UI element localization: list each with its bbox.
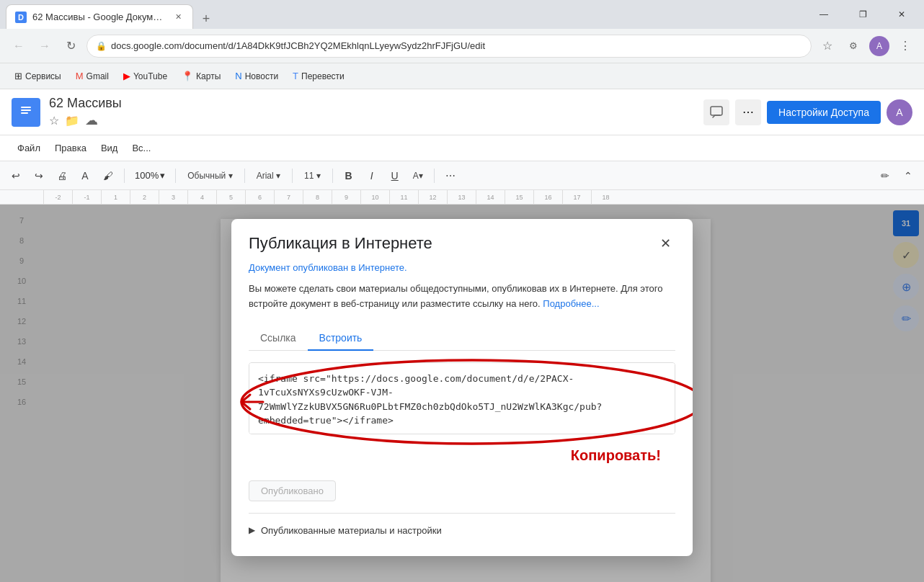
- ruler-mark: 4: [187, 190, 216, 204]
- tab-title: 62 Массивы - Google Докумен...: [32, 12, 166, 22]
- tab-embed[interactable]: Встроить: [308, 326, 374, 351]
- docs-title-area: 62 Массивы ☆ 📁 ☁: [49, 96, 695, 128]
- zoom-selector[interactable]: 100% ▾: [130, 169, 169, 182]
- bookmark-translate[interactable]: T Перевести: [287, 68, 350, 84]
- ruler-mark: -1: [72, 190, 101, 204]
- more-info-link[interactable]: Подробнее...: [543, 298, 599, 309]
- spellcheck-button[interactable]: A: [75, 166, 95, 186]
- publish-area: Опубликовано: [249, 480, 675, 501]
- ruler-mark: 6: [245, 190, 274, 204]
- more-options-button[interactable]: ⋯: [735, 99, 761, 125]
- dialog-description-text: Вы можете сделать свои материалы общедос…: [249, 283, 662, 309]
- bookmark-maps-label: Карты: [196, 71, 221, 81]
- print-button[interactable]: 🖨: [52, 166, 72, 186]
- divider: [249, 513, 675, 514]
- minimize-button[interactable]: —: [807, 3, 840, 26]
- italic-button[interactable]: I: [362, 166, 382, 186]
- bookmark-services-label: Сервисы: [25, 71, 61, 81]
- svg-rect-3: [21, 112, 28, 114]
- ruler: -2 -1 1 2 3 4 5 6 7 8 9 10 11 12 13 14 1…: [0, 190, 924, 205]
- dialog-header: Публикация в Интернете ✕: [231, 219, 693, 262]
- refresh-button[interactable]: ↻: [61, 36, 81, 56]
- folder-icon[interactable]: 📁: [65, 114, 79, 127]
- comments-button[interactable]: [703, 99, 729, 125]
- paint-format-button[interactable]: 🖌: [98, 166, 118, 186]
- ruler-mark: 15: [505, 190, 533, 204]
- star-doc-icon[interactable]: ☆: [49, 114, 59, 127]
- ruler-mark: 11: [389, 190, 418, 204]
- embed-code-textarea[interactable]: <iframe src="https://docs.google.com/doc…: [249, 362, 675, 434]
- copy-label: Копировать!: [571, 447, 661, 464]
- underline-button[interactable]: U: [385, 166, 405, 186]
- zoom-value: 100%: [135, 170, 159, 181]
- published-status-link[interactable]: Документ опубликован в Интернете.: [249, 262, 675, 273]
- maximize-button[interactable]: ❐: [846, 3, 879, 26]
- close-button[interactable]: ✕: [885, 3, 918, 26]
- font-size-button[interactable]: 11 ▾: [298, 166, 326, 186]
- menu-edit[interactable]: Правка: [49, 140, 92, 156]
- browser-titlebar: D 62 Массивы - Google Докумен... ✕ + — ❐…: [0, 0, 924, 29]
- ruler-mark: 10: [360, 190, 389, 204]
- maps-icon: 📍: [182, 71, 193, 81]
- svg-rect-2: [21, 109, 31, 111]
- bookmark-gmail-label: Gmail: [86, 71, 109, 81]
- undo-button[interactable]: ↩: [6, 166, 26, 186]
- ruler-mark: 5: [216, 190, 245, 204]
- published-button: Опубликовано: [249, 480, 336, 501]
- forward-button[interactable]: →: [35, 36, 55, 56]
- ruler-mark: 13: [447, 190, 476, 204]
- tab-link[interactable]: Ссылка: [249, 326, 308, 351]
- tab-close-button[interactable]: ✕: [172, 12, 184, 23]
- lock-icon: 🔒: [96, 41, 107, 51]
- ruler-mark: 8: [303, 190, 332, 204]
- dialog-close-button[interactable]: ✕: [655, 233, 675, 254]
- menu-insert[interactable]: Вс...: [126, 140, 156, 156]
- ruler-mark: 7: [274, 190, 303, 204]
- embed-code-wrapper: <iframe src="https://docs.google.com/doc…: [249, 362, 675, 437]
- new-tab-button[interactable]: +: [196, 9, 216, 29]
- chrome-menu-button[interactable]: ⋮: [895, 36, 915, 56]
- publish-dialog: Публикация в Интернете ✕ Документ опубли…: [231, 219, 693, 556]
- menu-view[interactable]: Вид: [95, 140, 124, 156]
- docs-document-title[interactable]: 62 Массивы: [49, 96, 695, 111]
- bookmark-star-button[interactable]: ☆: [817, 36, 838, 56]
- ruler-mark: 9: [332, 190, 360, 204]
- more-toolbar-button[interactable]: ⋯: [440, 166, 461, 186]
- text-color-button[interactable]: A▾: [408, 166, 428, 186]
- bookmark-news[interactable]: N Новости: [229, 68, 284, 84]
- url-bar[interactable]: 🔒 docs.google.com/document/d/1A84DkK9tfJ…: [86, 35, 812, 58]
- translate-icon: T: [293, 71, 298, 81]
- bookmark-gmail[interactable]: M Gmail: [70, 68, 115, 84]
- extension-button[interactable]: ⚙: [843, 36, 863, 56]
- dialog-title: Публикация в Интернете: [249, 234, 432, 253]
- dialog-body: Документ опубликован в Интернете. Вы мож…: [231, 262, 693, 556]
- news-icon: N: [235, 71, 241, 81]
- menu-file[interactable]: Файл: [12, 140, 46, 156]
- bookmark-youtube[interactable]: ▶ YouTube: [117, 68, 173, 84]
- text-style-button[interactable]: Обычный ▾: [182, 166, 238, 186]
- share-button[interactable]: Настройки Доступа: [767, 101, 881, 124]
- toolbar-separator-2: [175, 169, 176, 183]
- window-controls: — ❐ ✕: [807, 3, 918, 30]
- ruler-mark: 1: [101, 190, 130, 204]
- bold-button[interactable]: B: [339, 166, 359, 186]
- bookmark-services[interactable]: ⊞ Сервисы: [9, 68, 67, 84]
- profile-button[interactable]: А: [869, 36, 889, 56]
- active-tab[interactable]: D 62 Массивы - Google Докумен... ✕: [6, 4, 193, 29]
- user-avatar[interactable]: А: [887, 99, 912, 125]
- back-button[interactable]: ←: [9, 36, 29, 56]
- dialog-tabs: Ссылка Встроить: [249, 326, 675, 351]
- dialog-description: Вы можете сделать свои материалы общедос…: [249, 282, 675, 312]
- modal-overlay: Публикация в Интернете ✕ Документ опубли…: [0, 205, 924, 582]
- docs-header: 62 Массивы ☆ 📁 ☁ ⋯ Настройки Доступа А: [0, 89, 924, 135]
- expand-button[interactable]: ⌃: [898, 166, 918, 186]
- edit-pencil-button[interactable]: ✏: [875, 166, 895, 186]
- published-settings-collapsible[interactable]: ▶ Опубликованные материалы и настройки: [249, 519, 675, 542]
- bookmark-maps[interactable]: 📍 Карты: [176, 68, 226, 84]
- docs-toolbar: ↩ ↪ 🖨 A 🖌 100% ▾ Обычный ▾ Arial ▾ 11 ▾ …: [0, 161, 924, 190]
- font-family-button[interactable]: Arial ▾: [251, 166, 286, 186]
- ruler-mark: 12: [418, 190, 447, 204]
- redo-button[interactable]: ↪: [29, 166, 49, 186]
- bookmark-youtube-label: YouTube: [133, 71, 167, 81]
- ruler-mark: 16: [533, 190, 562, 204]
